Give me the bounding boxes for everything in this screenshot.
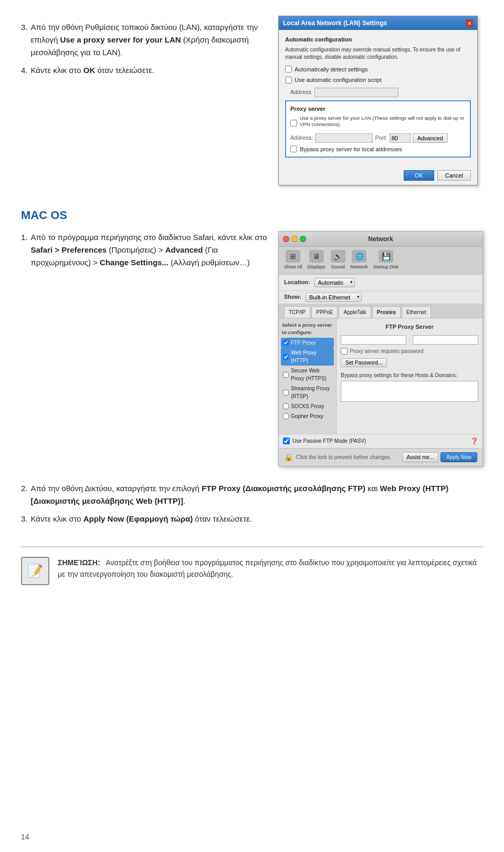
mac-toolbar-network[interactable]: 🌐 Network	[351, 250, 368, 271]
mac-displays-label: Displays	[308, 264, 326, 271]
lan-address-input[interactable]	[314, 88, 398, 97]
lan-auto-config-title: Automatic configuration	[285, 35, 471, 44]
lan-close-button[interactable]: ✕	[466, 19, 473, 27]
mac-pw-check-row: Proxy server requires password	[341, 347, 478, 355]
mac-dialog-title: Network	[368, 234, 393, 244]
mac-proxy-server-input[interactable]	[341, 335, 406, 345]
mac-apply-now-button[interactable]: Apply Now	[440, 452, 477, 462]
lan-advanced-button[interactable]: Advanced	[413, 133, 448, 143]
lan-cancel-button[interactable]: Cancel	[437, 170, 471, 181]
mac-assist-button[interactable]: Assist me...	[402, 452, 439, 462]
mac-show-select[interactable]: Built-in Ethernet	[306, 293, 362, 302]
lan-dialog: Local Area Network (LAN) Settings ✕ Auto…	[278, 16, 478, 185]
mac-location-label: Location:	[284, 278, 310, 287]
mac-toolbar: ⊞ Show All 🖥 Displays 🔊 Sound 🌐 Network	[279, 247, 482, 275]
mac-toolbar-sound[interactable]: 🔊 Sound	[331, 250, 345, 271]
lan-port-input[interactable]	[390, 133, 411, 143]
mac-proxy-item-socks[interactable]: SOCKS Proxy	[281, 401, 334, 411]
mac-tab-proxies[interactable]: Proxies	[372, 306, 401, 318]
lan-address-label2: Address:	[290, 133, 313, 142]
lan-proxy-checkbox[interactable]	[290, 120, 297, 127]
lan-auto-script-checkbox[interactable]	[285, 77, 292, 84]
mac-step1-num: 1.	[21, 231, 28, 269]
step-3: 3. Από την οθόνη Ρυθμίσεις τοπικού δικτύ…	[21, 21, 268, 59]
lan-auto-script-label: Use automatic configuration script	[295, 76, 382, 85]
mac-minimize-button[interactable]	[291, 236, 298, 242]
mac-toolbar-startup[interactable]: 💾 Startup Disk	[373, 250, 399, 271]
mac-maximize-button[interactable]	[300, 236, 306, 242]
mac-proxy-socks-checkbox[interactable]	[283, 403, 289, 409]
lan-proxy-address-input[interactable]	[315, 133, 373, 143]
mac-proxy-list-title: Select a proxy server to configure:	[281, 321, 334, 337]
mac-set-pw-button[interactable]: Set Password...	[341, 358, 387, 367]
lan-address-label: Address	[285, 88, 311, 97]
mac-dialog: Network ⊞ Show All 🖥 Displays 🔊 Sound	[278, 231, 483, 466]
mac-proxy-item-ftp[interactable]: FTP Proxy	[281, 338, 334, 348]
mac-content: Select a proxy server to configure: FTP …	[279, 318, 482, 434]
mac-tab-tcpip[interactable]: TCP/IP	[284, 306, 310, 318]
page: 3. Από την οθόνη Ρυθμίσεις τοπικού δικτύ…	[0, 0, 504, 852]
lan-bypass-checkbox[interactable]	[290, 146, 297, 152]
mac-proxy-rtsp-checkbox[interactable]	[283, 390, 289, 396]
mac-proxy-item-rtsp[interactable]: Streaming Proxy (RTSP)	[281, 383, 334, 401]
note-box: 📝 ΣΗΜΕΊΩΣΗ: Ανατρέξτε στη βοήθεια του πρ…	[21, 546, 483, 585]
mac-step-3: 3. Κάντε κλικ στο Apply Now (Εφαρμογή τώ…	[21, 513, 483, 525]
step4-text: Κάντε κλικ στο OK όταν τελειώσετε.	[31, 64, 155, 77]
lan-dialog-titlebar: Local Area Network (LAN) Settings ✕	[279, 16, 477, 30]
mac-show-select-wrap: Built-in Ethernet	[306, 293, 362, 302]
mac-proxy-item-http[interactable]: Web Proxy (HTTP)	[281, 348, 334, 366]
mac-toolbar-showall[interactable]: ⊞ Show All	[284, 250, 302, 271]
mac-network-icon: 🌐	[352, 250, 366, 263]
mac-location-select[interactable]: Automatic	[314, 278, 355, 287]
lan-proxy-note: Use a proxy server for your LAN (These s…	[300, 115, 466, 128]
mac-tab-ethernet[interactable]: Ethernet	[402, 306, 431, 318]
mac-proxy-ftp-checkbox[interactable]	[283, 340, 289, 346]
mac-help-icon[interactable]: ❓	[470, 437, 478, 446]
mac-proxy-https-checkbox[interactable]	[283, 372, 289, 378]
mac-proxy-item-https[interactable]: Secure Web Proxy (HTTPS)	[281, 366, 334, 383]
mac-location-select-wrap: Automatic	[314, 278, 355, 287]
mac-dialog-footer: 🔒 Click the lock to prevent further chan…	[279, 448, 482, 466]
section1-steps: 3. Από την οθόνη Ρυθμίσεις τοπικού δικτύ…	[21, 16, 268, 185]
mac-sound-icon: 🔊	[331, 250, 345, 263]
mac-proxy-list-panel: Select a proxy server to configure: FTP …	[279, 318, 337, 434]
lan-address-row: Address	[285, 88, 471, 97]
mac-showall-label: Show All	[284, 264, 302, 271]
mac-titlebar-buttons	[283, 236, 306, 242]
lan-dialog-buttons: OK Cancel	[279, 166, 477, 185]
mac-proxy-item-gopher[interactable]: Gopher Proxy	[281, 411, 334, 421]
mac-pasv-row: Use Passive FTP Mode (PASV) ❓	[279, 434, 482, 448]
mac-proxy-port-input[interactable]	[413, 335, 478, 345]
step4-number: 4.	[21, 64, 28, 77]
mac-network-label: Network	[351, 264, 368, 271]
mac-proxy-gopher-checkbox[interactable]	[283, 413, 289, 419]
mac-tab-appletalk[interactable]: AppleTalk	[339, 306, 371, 318]
mac-tabs: TCP/IP PPPoE AppleTalk Proxies Ethernet	[279, 304, 482, 318]
mac-lock-icon[interactable]: 🔒	[284, 452, 293, 463]
lan-ok-button[interactable]: OK	[404, 170, 434, 181]
mac-pw-checkbox[interactable]	[341, 348, 348, 355]
mac-bypass-title: Bypass proxy settings for these Hosts & …	[341, 371, 478, 379]
mac-tab-pppoe[interactable]: PPPoE	[311, 306, 338, 318]
lan-auto-detect-row: Automatically detect settings	[285, 65, 471, 74]
note-body: Ανατρέξτε στη βοήθεια του προγράμματος π…	[58, 558, 477, 578]
mac-step-2: 2. Από την οθόνη Δικτύου, καταργήστε την…	[21, 482, 483, 507]
mac-bypass-section: Bypass proxy settings for these Hosts & …	[341, 371, 478, 404]
lan-auto-detect-checkbox[interactable]	[285, 66, 292, 72]
lan-auto-detect-label: Automatically detect settings	[295, 65, 368, 74]
step-4: 4. Κάντε κλικ στο OK όταν τελειώσετε.	[21, 64, 268, 77]
step3-number: 3.	[21, 21, 28, 59]
mac-proxy-config-panel: FTP Proxy Server : Proxy server requires…	[337, 318, 482, 434]
mac-bypass-input[interactable]	[341, 381, 478, 402]
mac-proxy-http-checkbox[interactable]	[283, 354, 289, 360]
mac-toolbar-displays[interactable]: 🖥 Displays	[308, 250, 326, 271]
mac-lock-text: Click the lock to prevent further change…	[296, 453, 402, 461]
mac-proxy-http-label: Web Proxy (HTTP)	[291, 349, 332, 365]
mac-proxy-server-field: :	[341, 335, 478, 345]
mac-dialog-container: Network ⊞ Show All 🖥 Displays 🔊 Sound	[278, 231, 483, 466]
mac-close-button[interactable]	[283, 236, 289, 242]
mac-os-heading: MAC OS	[21, 206, 483, 224]
mac-pasv-checkbox[interactable]	[283, 438, 290, 444]
mac-startup-label: Startup Disk	[373, 264, 399, 271]
page-number: 14	[21, 832, 29, 843]
